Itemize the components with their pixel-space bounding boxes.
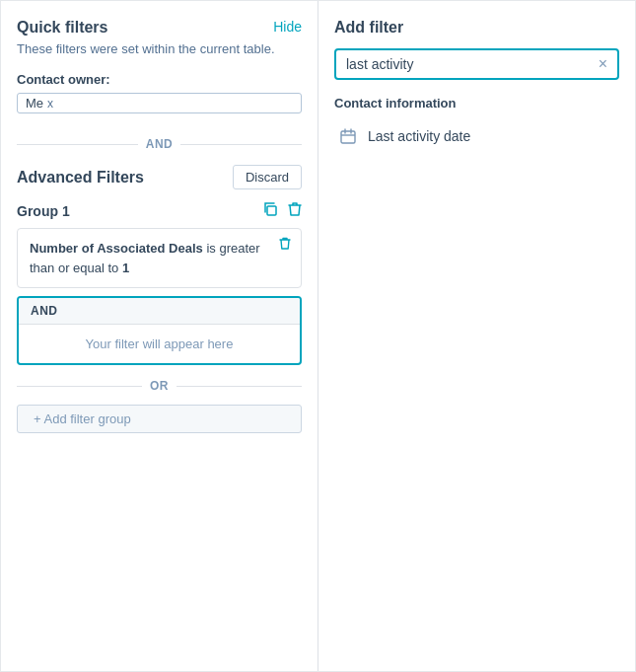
and-label-bar: AND: [19, 298, 300, 325]
advanced-filters-header: Advanced Filters Discard: [17, 165, 302, 189]
filter-card-delete-icon[interactable]: [279, 237, 291, 254]
right-panel: Add filter × Contact information Last ac…: [318, 1, 635, 671]
calendar-icon: [338, 126, 358, 146]
discard-button[interactable]: Discard: [233, 165, 302, 189]
last-activity-date-option[interactable]: Last activity date: [334, 120, 619, 152]
last-activity-date-label: Last activity date: [368, 128, 470, 144]
group-delete-icon[interactable]: [288, 201, 302, 220]
filter-card-text: Number of Associated Deals is greater th…: [30, 239, 289, 277]
filter-bold-text: Number of Associated Deals: [30, 241, 203, 256]
contact-owner-label: Contact owner:: [17, 72, 302, 87]
main-layout: Quick filters Hide These filters were se…: [0, 0, 636, 672]
search-box: ×: [334, 48, 619, 80]
left-panel: Quick filters Hide These filters were se…: [1, 1, 318, 671]
tag-value: Me: [26, 96, 43, 111]
contact-owner-tag: Me x: [17, 93, 302, 113]
filter-value: 1: [122, 261, 129, 275]
add-filter-title: Add filter: [334, 19, 619, 37]
quick-filters-description: These filters were set within the curren…: [17, 40, 302, 58]
and-divider: AND: [17, 137, 302, 151]
or-divider: OR: [17, 379, 302, 393]
search-input[interactable]: [346, 56, 599, 72]
filter-card: Number of Associated Deals is greater th…: [17, 228, 302, 288]
placeholder-text: Your filter will appear here: [19, 325, 300, 363]
hide-link[interactable]: Hide: [273, 19, 302, 35]
tag-remove[interactable]: x: [47, 97, 53, 111]
svg-rect-1: [341, 131, 355, 143]
group-icons: [262, 201, 302, 220]
group-header: Group 1: [17, 201, 302, 220]
quick-filters-title: Quick filters: [17, 19, 107, 37]
add-filter-group-button[interactable]: + Add filter group: [17, 405, 302, 433]
svg-rect-0: [267, 206, 276, 215]
and-placeholder-group: AND Your filter will appear here: [17, 296, 302, 365]
advanced-filters-title: Advanced Filters: [17, 169, 144, 187]
contact-info-section-label: Contact information: [334, 96, 619, 111]
group-copy-icon[interactable]: [262, 201, 278, 220]
group-title: Group 1: [17, 203, 70, 219]
search-clear-button[interactable]: ×: [599, 56, 607, 72]
quick-filters-header: Quick filters Hide: [17, 19, 302, 37]
